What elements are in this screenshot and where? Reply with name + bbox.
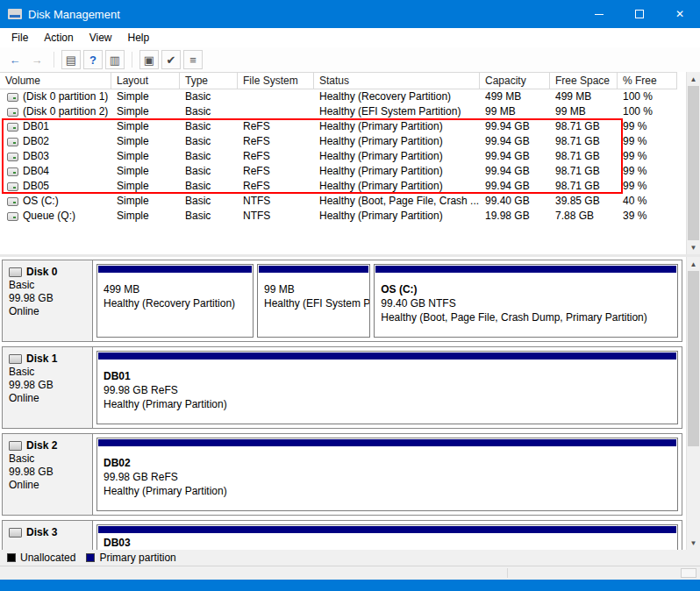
cell-status: Healthy (Primary Partition) bbox=[314, 149, 480, 164]
close-button[interactable]: ✕ bbox=[660, 0, 700, 28]
volume-icon bbox=[7, 153, 18, 161]
list-view-icon[interactable]: ≡ bbox=[183, 50, 203, 69]
menu-view[interactable]: View bbox=[82, 28, 120, 47]
cell-filesystem bbox=[238, 104, 314, 119]
scrollbar-thumb[interactable] bbox=[688, 86, 699, 240]
window-title: Disk Management bbox=[28, 8, 120, 21]
partition-size: 99.40 GB NTFS bbox=[381, 296, 671, 310]
cell-capacity: 99.94 GB bbox=[480, 164, 550, 179]
column-header-pctfree[interactable]: % Free bbox=[618, 73, 677, 89]
table-row[interactable]: DB03 Simple Basic ReFS Healthy (Primary … bbox=[0, 149, 677, 164]
close-icon: ✕ bbox=[675, 8, 684, 20]
disk-panel: Disk 0 Basic 99.98 GB Online 499 MB Heal… bbox=[2, 260, 682, 342]
graphical-view-pane: Disk 0 Basic 99.98 GB Online 499 MB Heal… bbox=[0, 257, 700, 550]
scroll-up-icon[interactable]: ▲ bbox=[687, 257, 700, 271]
bottom-accent-bar bbox=[0, 580, 700, 591]
disk-state: Online bbox=[9, 305, 87, 318]
table-row[interactable]: DB04 Simple Basic ReFS Healthy (Primary … bbox=[0, 164, 677, 179]
properties-icon[interactable]: ▣ bbox=[139, 50, 159, 69]
scroll-down-icon[interactable]: ▼ bbox=[687, 536, 700, 550]
back-icon[interactable]: ← bbox=[5, 50, 25, 69]
table-row[interactable]: DB05 Simple Basic ReFS Healthy (Primary … bbox=[0, 179, 677, 194]
menu-help[interactable]: Help bbox=[120, 28, 158, 47]
table-row[interactable]: Queue (Q:) Simple Basic NTFS Healthy (Pr… bbox=[0, 209, 677, 224]
help-icon[interactable]: ? bbox=[83, 50, 103, 69]
cell-filesystem bbox=[238, 89, 314, 104]
cell-filesystem: ReFS bbox=[238, 149, 314, 164]
title-bar: Disk Management ✕ bbox=[0, 0, 700, 28]
cell-type: Basic bbox=[180, 119, 238, 134]
disk-name: Disk 1 bbox=[26, 352, 57, 366]
partition-name: DB03 bbox=[104, 536, 671, 550]
partition-block[interactable]: OS (C:) 99.40 GB NTFS Healthy (Boot, Pag… bbox=[374, 264, 678, 338]
cell-capacity: 99 MB bbox=[480, 104, 550, 119]
forward-icon[interactable]: → bbox=[27, 50, 46, 69]
resize-grip[interactable] bbox=[681, 568, 696, 578]
column-header-freespace[interactable]: Free Space bbox=[550, 73, 618, 89]
column-header-capacity[interactable]: Capacity bbox=[480, 73, 550, 89]
maximize-button[interactable] bbox=[619, 0, 660, 28]
cell-type: Basic bbox=[180, 104, 238, 119]
disk-icon bbox=[9, 528, 22, 538]
scroll-up-icon[interactable]: ▲ bbox=[687, 72, 700, 86]
column-header-volume[interactable]: Volume bbox=[0, 73, 111, 89]
minimize-button[interactable] bbox=[579, 0, 619, 28]
partition-block[interactable]: 99 MB Healthy (EFI System Pa bbox=[257, 264, 370, 338]
menu-action[interactable]: Action bbox=[36, 28, 81, 47]
partition-block[interactable]: DB03 bbox=[96, 524, 678, 550]
cell-type: Basic bbox=[180, 209, 238, 224]
disk-management-app-icon bbox=[8, 9, 22, 19]
cell-type: Basic bbox=[180, 134, 238, 149]
column-header-layout[interactable]: Layout bbox=[111, 73, 180, 89]
volume-name: DB03 bbox=[23, 149, 49, 164]
minimize-icon bbox=[595, 14, 604, 15]
volume-name: (Disk 0 partition 2) bbox=[23, 104, 108, 119]
disk-partitions: 499 MB Healthy (Recovery Partition) 99 M… bbox=[93, 260, 682, 341]
partition-block[interactable]: 499 MB Healthy (Recovery Partition) bbox=[96, 264, 254, 338]
volume-icon bbox=[7, 108, 18, 117]
menu-file[interactable]: File bbox=[4, 28, 36, 47]
partition-status: Healthy (Boot, Page File, Crash Dump, Pr… bbox=[381, 310, 671, 324]
partition-block[interactable]: DB02 99.98 GB ReFS Healthy (Primary Part… bbox=[96, 438, 678, 511]
volume-name: DB02 bbox=[23, 134, 49, 149]
graphical-view-scrollbar[interactable]: ▲ ▼ bbox=[686, 257, 700, 550]
cell-pctfree: 99 % bbox=[618, 164, 677, 179]
volume-name: DB04 bbox=[23, 164, 49, 179]
cell-freespace: 99 MB bbox=[550, 104, 618, 119]
disk-state: Online bbox=[9, 392, 87, 405]
disk-icon bbox=[9, 267, 22, 277]
disk-kind: Basic bbox=[9, 366, 87, 379]
disk-partitions: DB01 99.98 GB ReFS Healthy (Primary Part… bbox=[93, 347, 682, 428]
disk-header[interactable]: Disk 3 bbox=[3, 521, 93, 550]
toolbar-separator bbox=[132, 52, 132, 68]
partition-status: Healthy (Primary Partition) bbox=[104, 484, 671, 498]
checkmark-icon[interactable]: ✔ bbox=[161, 50, 181, 69]
column-header-status[interactable]: Status bbox=[314, 73, 480, 89]
scrollbar-thumb[interactable] bbox=[688, 271, 699, 446]
disk-header[interactable]: Disk 0 Basic 99.98 GB Online bbox=[3, 260, 93, 341]
table-row[interactable]: DB01 Simple Basic ReFS Healthy (Primary … bbox=[0, 119, 677, 134]
partition-block[interactable]: DB01 99.98 GB ReFS Healthy (Primary Part… bbox=[96, 351, 678, 424]
cell-freespace: 98.71 GB bbox=[550, 179, 618, 194]
table-row[interactable]: OS (C:) Simple Basic NTFS Healthy (Boot,… bbox=[0, 194, 677, 209]
table-row[interactable]: (Disk 0 partition 2) Simple Basic Health… bbox=[0, 104, 677, 119]
disk-icon bbox=[9, 441, 22, 451]
column-header-filesystem[interactable]: File System bbox=[238, 73, 314, 89]
column-header-type[interactable]: Type bbox=[180, 73, 238, 89]
action-pane-icon[interactable]: ▥ bbox=[105, 50, 125, 69]
disk-header[interactable]: Disk 1 Basic 99.98 GB Online bbox=[3, 347, 93, 428]
cell-capacity: 99.94 GB bbox=[480, 134, 550, 149]
menu-bar: File Action View Help bbox=[0, 28, 700, 47]
scroll-down-icon[interactable]: ▼ bbox=[687, 240, 700, 254]
table-row[interactable]: (Disk 0 partition 1) Simple Basic Health… bbox=[0, 89, 677, 104]
console-tree-icon[interactable]: ▤ bbox=[61, 50, 81, 69]
disk-kind: Basic bbox=[9, 452, 87, 466]
cell-freespace: 98.71 GB bbox=[550, 149, 618, 164]
cell-pctfree: 99 % bbox=[618, 134, 677, 149]
table-row[interactable]: DB02 Simple Basic ReFS Healthy (Primary … bbox=[0, 134, 677, 149]
partition-size: 499 MB bbox=[104, 282, 246, 296]
cell-filesystem: ReFS bbox=[238, 134, 314, 149]
disk-icon bbox=[9, 354, 22, 364]
disk-header[interactable]: Disk 2 Basic 99.98 GB Online bbox=[3, 434, 93, 515]
volume-list-scrollbar[interactable]: ▲ ▼ bbox=[686, 72, 700, 254]
